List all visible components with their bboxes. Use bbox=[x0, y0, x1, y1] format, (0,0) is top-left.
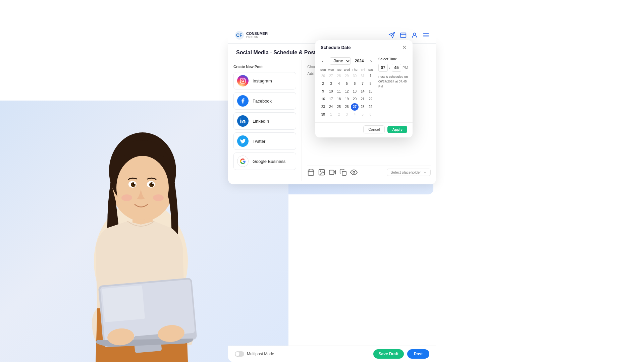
cal-day[interactable]: 3 bbox=[327, 80, 335, 87]
svg-point-32 bbox=[242, 80, 244, 82]
cal-day[interactable]: 13 bbox=[351, 88, 359, 95]
cal-day[interactable]: 3 bbox=[343, 111, 351, 118]
linkedin-label: LinkedIn bbox=[253, 119, 269, 124]
cal-day[interactable]: 2 bbox=[319, 80, 327, 87]
cal-day[interactable]: 11 bbox=[335, 88, 343, 95]
modal-header: Schedule Date ✕ bbox=[315, 40, 413, 53]
card-icon[interactable] bbox=[400, 32, 407, 39]
cal-day[interactable]: 4 bbox=[351, 111, 359, 118]
svg-rect-17 bbox=[102, 285, 145, 322]
cal-day[interactable]: 18 bbox=[335, 96, 343, 103]
bottom-bar: Multipost Mode Save Draft Post bbox=[228, 346, 436, 362]
cal-day[interactable]: 28 bbox=[359, 103, 367, 111]
account-item-twitter[interactable]: Twitter bbox=[233, 132, 296, 150]
placeholder-select[interactable]: Select placeholder bbox=[387, 169, 431, 176]
calendar-toolbar-icon[interactable] bbox=[307, 169, 315, 176]
account-item-instagram[interactable]: Instagram bbox=[233, 72, 296, 89]
linkedin-icon bbox=[237, 115, 249, 127]
cal-day[interactable]: 23 bbox=[319, 103, 327, 111]
time-minute-display[interactable]: 45 bbox=[392, 64, 401, 72]
cal-day[interactable]: 6 bbox=[351, 80, 359, 87]
apply-button[interactable]: Apply bbox=[387, 126, 407, 133]
image-toolbar-icon[interactable] bbox=[318, 169, 325, 176]
cal-day[interactable]: 14 bbox=[359, 88, 367, 95]
video-toolbar-icon[interactable] bbox=[329, 169, 336, 176]
time-ampm[interactable]: PM bbox=[402, 66, 408, 70]
account-item-facebook[interactable]: Facebook bbox=[233, 92, 296, 110]
cal-day[interactable]: 12 bbox=[343, 88, 351, 95]
user-icon[interactable] bbox=[411, 32, 418, 39]
modal-close-button[interactable]: ✕ bbox=[401, 44, 407, 50]
cal-day[interactable]: 30 bbox=[319, 111, 327, 118]
next-month-button[interactable]: › bbox=[368, 58, 374, 64]
modal-title: Schedule Date bbox=[321, 45, 351, 50]
cal-day[interactable]: 25 bbox=[335, 103, 343, 111]
cal-day[interactable]: 5 bbox=[359, 111, 367, 118]
cal-day-selected[interactable]: 27 bbox=[351, 103, 359, 111]
cal-day[interactable]: 10 bbox=[327, 88, 335, 95]
multipost-toggle-switch[interactable] bbox=[235, 351, 244, 357]
cal-day[interactable]: 16 bbox=[319, 96, 327, 103]
cal-day[interactable]: 27 bbox=[327, 72, 335, 80]
svg-point-41 bbox=[320, 171, 321, 172]
account-item-linkedin[interactable]: LinkedIn bbox=[233, 112, 296, 130]
svg-rect-25 bbox=[400, 33, 406, 37]
day-header-tue: Tue bbox=[335, 67, 343, 72]
cal-day[interactable]: 2 bbox=[335, 111, 343, 118]
cal-day[interactable]: 1 bbox=[327, 111, 335, 118]
cal-day[interactable]: 29 bbox=[343, 72, 351, 80]
schedule-info-line1: Post is scheduled on bbox=[378, 74, 409, 79]
cal-day[interactable]: 31 bbox=[359, 72, 367, 80]
svg-point-8 bbox=[134, 183, 135, 184]
svg-point-13 bbox=[121, 194, 132, 201]
cal-day[interactable]: 7 bbox=[359, 80, 367, 87]
day-header-sun: Sun bbox=[319, 67, 327, 72]
cal-day[interactable]: 19 bbox=[343, 96, 351, 103]
save-draft-button[interactable]: Save Draft bbox=[373, 349, 404, 359]
facebook-label: Facebook bbox=[253, 99, 272, 104]
svg-point-12 bbox=[152, 183, 154, 184]
editor-toolbar: Select placeholder bbox=[307, 166, 431, 176]
prev-month-button[interactable]: ‹ bbox=[319, 58, 326, 64]
cal-day[interactable]: 9 bbox=[319, 88, 327, 95]
cal-day[interactable]: 21 bbox=[359, 96, 367, 103]
cal-day[interactable]: 4 bbox=[335, 80, 343, 87]
svg-rect-36 bbox=[308, 170, 314, 176]
svg-rect-44 bbox=[342, 171, 346, 175]
send-icon[interactable] bbox=[388, 32, 395, 39]
cal-day[interactable]: 5 bbox=[343, 80, 351, 87]
google-business-label: Google Business bbox=[253, 159, 285, 164]
svg-point-35 bbox=[240, 119, 241, 120]
cancel-button[interactable]: Cancel bbox=[363, 125, 385, 133]
account-item-google[interactable]: Google Business bbox=[233, 153, 296, 170]
day-header-wed: Wed bbox=[343, 67, 351, 72]
multipost-label: Multipost Mode bbox=[247, 352, 274, 356]
calendar-nav: ‹ June 2024 › bbox=[319, 57, 374, 65]
cal-day[interactable]: 6 bbox=[367, 111, 374, 118]
time-hour-display[interactable]: 07 bbox=[378, 64, 388, 72]
svg-point-14 bbox=[153, 194, 164, 201]
cal-day[interactable]: 28 bbox=[335, 72, 343, 80]
copy-toolbar-icon[interactable] bbox=[339, 169, 347, 176]
post-button[interactable]: Post bbox=[407, 349, 429, 359]
cal-day[interactable]: 17 bbox=[327, 96, 335, 103]
preview-toolbar-icon[interactable] bbox=[350, 169, 358, 176]
cal-day[interactable]: 26 bbox=[343, 103, 351, 111]
instagram-label: Instagram bbox=[253, 78, 272, 83]
calendar-section: ‹ June 2024 › Sun Mon Tue Wed Thu Fri Sa… bbox=[319, 57, 374, 118]
day-header-mon: Mon bbox=[327, 67, 335, 72]
cal-day[interactable]: 24 bbox=[327, 103, 335, 111]
schedule-modal: Schedule Date ✕ ‹ June 2024 › Sun Mon Tu… bbox=[315, 40, 413, 137]
month-select[interactable]: June bbox=[330, 57, 351, 65]
cal-day[interactable]: 1 bbox=[367, 72, 374, 80]
menu-icon[interactable] bbox=[423, 32, 429, 39]
person-illustration bbox=[44, 74, 238, 362]
cal-day[interactable]: 30 bbox=[351, 72, 359, 80]
cal-day[interactable]: 8 bbox=[367, 80, 374, 87]
cal-day[interactable]: 29 bbox=[367, 103, 374, 111]
cal-day[interactable]: 26 bbox=[319, 72, 327, 80]
cal-day[interactable]: 22 bbox=[367, 96, 374, 103]
cal-day[interactable]: 20 bbox=[351, 96, 359, 103]
logo: CF CONSUMER FUSION bbox=[235, 31, 268, 40]
cal-day[interactable]: 15 bbox=[367, 88, 374, 95]
